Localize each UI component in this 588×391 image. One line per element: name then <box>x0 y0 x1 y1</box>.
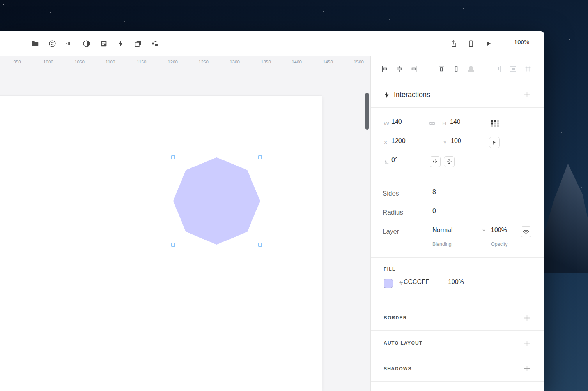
components-icon <box>151 39 159 48</box>
ruler-tick: 1500 <box>350 60 367 64</box>
ruler-tick: 1050 <box>71 60 88 64</box>
toolbar-left <box>0 39 160 48</box>
height-label: H <box>442 120 450 127</box>
alignment-toolbar <box>371 56 544 82</box>
align-center-horizontal-button[interactable] <box>395 65 403 73</box>
vertical-scrollbar-thumb[interactable] <box>365 93 369 130</box>
components-button[interactable] <box>151 39 160 48</box>
shadows-header: SHADOWS <box>384 366 412 372</box>
border-section: BORDER <box>371 305 544 331</box>
ruler-tick: 950 <box>9 60 26 64</box>
rotation-input[interactable] <box>391 157 423 166</box>
ruler-tick: 1400 <box>288 60 305 64</box>
distribute-vertical-icon <box>509 65 517 73</box>
blending-dropdown[interactable]: Normal <box>432 227 486 236</box>
radius-input[interactable] <box>432 208 448 217</box>
desktop-background: 100% 950 1000 1050 1100 1150 1200 1250 1… <box>0 0 588 391</box>
link-dimensions-icon[interactable] <box>429 120 435 127</box>
folder-button[interactable] <box>30 39 40 48</box>
x-input[interactable] <box>391 137 423 147</box>
contrast-button[interactable] <box>82 39 91 48</box>
align-top-button[interactable] <box>437 65 445 73</box>
flip-vertical-icon <box>446 158 453 165</box>
artboard[interactable] <box>0 96 322 391</box>
shape-properties-section: Sides Radius Layer Normal <box>371 178 544 258</box>
align-middle-vertical-icon <box>452 65 460 73</box>
add-auto-layout-button[interactable] <box>523 340 530 347</box>
document-icon <box>99 39 108 48</box>
quick-actions-button[interactable] <box>116 39 126 48</box>
visibility-button[interactable] <box>521 226 531 237</box>
fill-header: FILL <box>384 266 530 272</box>
toolbar-right: 100% <box>449 39 544 48</box>
shadows-section: SHADOWS <box>371 356 544 382</box>
polygon-shape[interactable] <box>173 157 260 245</box>
fill-color-swatch[interactable] <box>384 279 393 288</box>
radius-row: Radius <box>371 203 544 222</box>
radius-label: Radius <box>383 209 432 217</box>
align-left-button[interactable] <box>381 65 388 73</box>
insert-button[interactable] <box>65 39 74 48</box>
interactions-section: Interactions <box>371 82 544 108</box>
fill-opacity-input[interactable] <box>448 278 473 288</box>
canvas[interactable]: 950 1000 1050 1100 1150 1200 1250 1300 1… <box>0 56 370 391</box>
distribute-vertical-button[interactable] <box>509 65 517 73</box>
chevron-down-icon <box>482 228 486 232</box>
play-button[interactable] <box>484 39 493 48</box>
fill-hex-input[interactable] <box>404 278 440 288</box>
opacity-input[interactable] <box>491 227 511 236</box>
selection-handle-top-right[interactable] <box>259 156 262 159</box>
export-button[interactable] <box>449 39 459 48</box>
sides-label: Sides <box>383 190 432 197</box>
add-shadow-button[interactable] <box>523 365 530 372</box>
pin-position-button[interactable] <box>489 137 500 148</box>
play-icon <box>484 39 492 48</box>
contrast-icon <box>82 39 91 48</box>
selection-handle-bottom-right[interactable] <box>259 243 262 247</box>
rotation-angle-icon <box>384 159 391 164</box>
distribute-horizontal-button[interactable] <box>494 65 502 73</box>
sides-input[interactable] <box>432 188 448 198</box>
add-interaction-button[interactable] <box>523 92 530 99</box>
position-row: X Y <box>371 133 544 152</box>
rotation-row <box>371 152 544 171</box>
add-border-button[interactable] <box>523 314 530 321</box>
align-bottom-icon <box>467 65 475 73</box>
height-input[interactable] <box>450 118 481 128</box>
captions-row: Blending Opacity <box>371 241 544 247</box>
auto-layout-header: AUTO LAYOUT <box>384 340 423 346</box>
app-window: 100% 950 1000 1050 1100 1150 1200 1250 1… <box>0 31 544 391</box>
document-button[interactable] <box>99 39 108 48</box>
workspace: 950 1000 1050 1100 1150 1200 1250 1300 1… <box>0 56 544 391</box>
y-input[interactable] <box>451 137 482 147</box>
stars <box>3 4 4 5</box>
align-right-button[interactable] <box>410 65 418 73</box>
frames-button[interactable] <box>133 39 143 48</box>
distribute-horizontal-icon <box>494 65 502 73</box>
fill-section: FILL # <box>371 258 544 305</box>
selection-handle-bottom-left[interactable] <box>172 243 175 247</box>
align-left-icon <box>381 65 388 73</box>
ruler-tick: 1000 <box>40 60 57 64</box>
selection-box <box>173 157 260 245</box>
frames-icon <box>134 39 142 48</box>
auto-layout-section: AUTO LAYOUT <box>371 331 544 356</box>
zoom-level[interactable]: 100% <box>507 39 537 48</box>
ruler-tick: 1150 <box>133 60 150 64</box>
device-preview-button[interactable] <box>466 39 476 48</box>
flip-horizontal-button[interactable] <box>430 156 441 167</box>
export-icon <box>450 39 458 48</box>
ruler-tick: 1350 <box>257 60 275 64</box>
properties-panel: Interactions W H <box>370 56 544 391</box>
sync-button[interactable] <box>48 39 57 48</box>
selection-handle-top-left[interactable] <box>172 156 175 159</box>
tidy-grid-button[interactable] <box>524 65 532 73</box>
align-middle-vertical-button[interactable] <box>452 65 460 73</box>
flip-vertical-button[interactable] <box>444 156 455 167</box>
width-label: W <box>384 120 391 127</box>
constraints-grid-icon[interactable] <box>490 118 500 129</box>
width-input[interactable] <box>391 118 423 128</box>
toolbar: 100% <box>0 31 544 56</box>
align-top-icon <box>437 65 445 73</box>
align-bottom-button[interactable] <box>467 65 475 73</box>
